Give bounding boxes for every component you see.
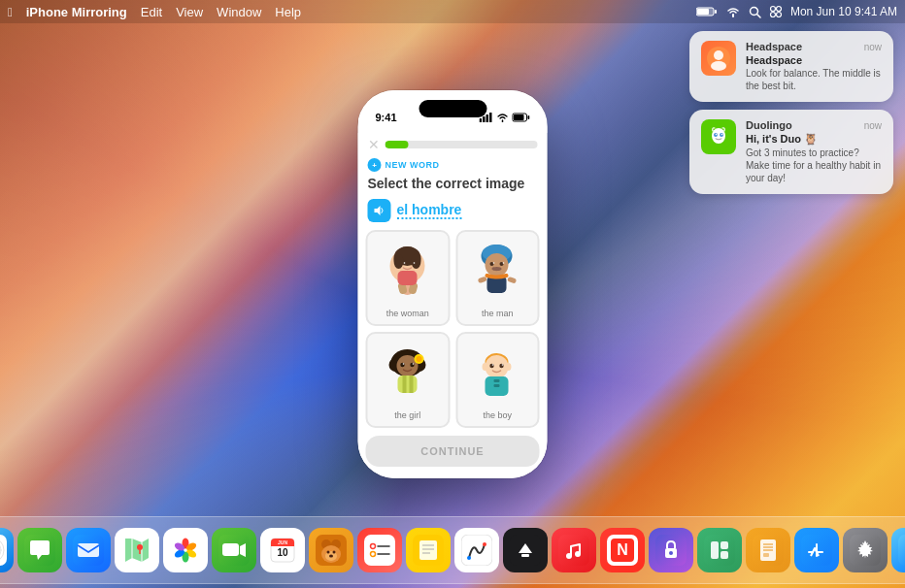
dock-item-reminders[interactable] xyxy=(357,528,402,572)
dock-item-music[interactable] xyxy=(552,528,596,572)
choice-woman[interactable]: the woman xyxy=(366,230,451,326)
menubar-left:  iPhone Mirroring Edit View Window Help xyxy=(8,5,301,19)
svg-point-63 xyxy=(416,356,421,362)
dock-item-pages[interactable] xyxy=(746,528,790,572)
svg-marker-25 xyxy=(375,206,381,215)
notif-header: Headspace now xyxy=(746,41,882,52)
dock-item-iphone-mirror[interactable] xyxy=(891,528,905,572)
notif-duolingo-time: now xyxy=(864,120,882,131)
svg-rect-19 xyxy=(483,116,486,122)
svg-point-60 xyxy=(402,363,404,365)
svg-rect-2 xyxy=(715,10,717,14)
new-word-label: NEW WORD xyxy=(385,160,440,170)
dock-item-facetime[interactable] xyxy=(212,528,256,572)
svg-rect-136 xyxy=(419,540,437,560)
svg-point-6 xyxy=(776,7,781,12)
menubar-help[interactable]: Help xyxy=(275,5,301,19)
iphone-status-bar: 9:41 xyxy=(358,90,548,133)
choice-boy[interactable]: the boy xyxy=(455,332,540,428)
svg-point-127 xyxy=(327,551,330,554)
menubar-right: Mon Jun 10 9:41 AM xyxy=(696,5,897,18)
choice-girl-label: the girl xyxy=(394,410,420,420)
choice-girl[interactable]: the girl xyxy=(366,332,451,428)
svg-rect-41 xyxy=(397,271,417,285)
svg-point-68 xyxy=(486,355,509,378)
svg-rect-20 xyxy=(486,114,489,122)
dock-item-appstore[interactable] xyxy=(794,528,839,572)
notification-duolingo-content: Duolingo now Hi, it's Duo 🦉 Got 3 minute… xyxy=(746,119,882,184)
dock-item-messages[interactable] xyxy=(17,528,62,572)
dock-item-maps[interactable] xyxy=(115,528,159,572)
svg-point-13 xyxy=(712,128,725,144)
svg-point-147 xyxy=(575,551,581,557)
svg-point-61 xyxy=(412,363,414,365)
svg-rect-130 xyxy=(364,535,395,566)
svg-text:10: 10 xyxy=(277,547,288,558)
notification-headspace-content: Headspace now Headspace Look for balance… xyxy=(746,41,882,92)
svg-point-48 xyxy=(503,262,505,264)
choice-man-label: the man xyxy=(482,309,514,318)
dock-item-freeform[interactable] xyxy=(454,528,499,572)
dock-item-photos[interactable] xyxy=(163,528,208,572)
notification-headspace[interactable]: Headspace now Headspace Look for balance… xyxy=(689,31,893,102)
duolingo-app-content: ✕ + NEW WORD Select the correct image el… xyxy=(358,133,548,478)
dock-item-news[interactable]: N xyxy=(600,528,645,572)
svg-rect-168 xyxy=(898,535,905,566)
menubar-wifi-icon xyxy=(725,6,741,17)
svg-point-74 xyxy=(506,363,512,371)
svg-rect-66 xyxy=(409,376,413,393)
iphone-frame: 9:41 ✕ xyxy=(358,90,548,478)
apple-menu[interactable]:  xyxy=(8,5,13,19)
svg-point-128 xyxy=(333,551,336,554)
dock-item-bear[interactable] xyxy=(309,528,353,572)
dock-item-appletv[interactable] xyxy=(503,528,548,572)
word-text: el hombre xyxy=(397,202,462,219)
svg-point-129 xyxy=(329,555,333,558)
iphone-status-icons xyxy=(480,113,530,122)
svg-rect-156 xyxy=(721,541,728,549)
notif-duolingo-app-name: Duolingo xyxy=(746,119,792,131)
choice-man[interactable]: the man xyxy=(455,230,540,326)
dock-item-notes[interactable] xyxy=(406,528,451,572)
menubar-battery-icon xyxy=(696,6,718,17)
progress-bar-fill xyxy=(385,141,409,148)
svg-rect-145 xyxy=(558,535,589,566)
svg-rect-23 xyxy=(514,114,524,120)
notification-duolingo[interactable]: Duolingo now Hi, it's Duo 🦉 Got 3 minute… xyxy=(689,110,893,194)
menubar-window[interactable]: Window xyxy=(217,5,261,19)
svg-point-44 xyxy=(486,253,509,277)
svg-rect-77 xyxy=(494,384,500,387)
dock-item-passwords[interactable] xyxy=(649,528,693,572)
notif-duolingo-title: Hi, it's Duo 🦉 xyxy=(746,133,882,146)
app-name-menu[interactable]: iPhone Mirroring xyxy=(26,5,127,19)
continue-button[interactable]: CONTINUE xyxy=(366,436,540,467)
svg-point-71 xyxy=(492,364,494,366)
svg-rect-52 xyxy=(507,277,517,284)
continue-text: CONTINUE xyxy=(420,445,484,457)
dock-item-mail[interactable] xyxy=(66,528,111,572)
close-button[interactable]: ✕ xyxy=(368,137,380,152)
menubar-view[interactable]: View xyxy=(176,5,203,19)
svg-line-4 xyxy=(756,14,760,17)
question-title: Select the correct image xyxy=(358,174,548,197)
dock-item-settings[interactable] xyxy=(843,528,888,572)
menubar-edit[interactable]: Edit xyxy=(141,5,162,19)
svg-point-153 xyxy=(669,551,673,555)
svg-rect-21 xyxy=(489,113,492,122)
dock-item-numbers[interactable] xyxy=(697,528,742,572)
dock-item-safari[interactable] xyxy=(0,528,14,572)
notif-headspace-body: Look for balance. The middle is the best… xyxy=(746,67,882,92)
notif-headspace-app-name: Headspace xyxy=(746,41,802,52)
menubar-control-center-icon[interactable] xyxy=(769,5,783,18)
notification-headspace-icon xyxy=(701,41,736,76)
svg-rect-103 xyxy=(78,543,99,557)
speaker-button[interactable] xyxy=(368,199,391,222)
svg-rect-144 xyxy=(521,554,529,557)
svg-rect-163 xyxy=(763,553,769,557)
svg-point-141 xyxy=(467,556,471,560)
svg-point-49 xyxy=(492,267,502,271)
new-word-badge: + NEW WORD xyxy=(358,156,548,174)
svg-rect-1 xyxy=(697,9,709,15)
menubar-search-icon[interactable] xyxy=(749,6,761,18)
dock-item-calendar[interactable]: JUN 10 xyxy=(260,528,305,572)
